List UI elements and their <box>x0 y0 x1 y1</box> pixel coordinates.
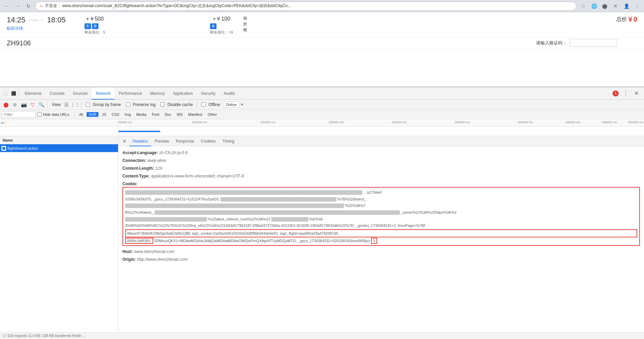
disable-cache-checkbox[interactable] <box>160 102 165 107</box>
sub-tabs: ✕ Headers Preview Response Cookies Timin… <box>118 136 644 146</box>
badge-coupon1: 券 <box>92 23 98 29</box>
captcha-input[interactable] <box>570 39 617 47</box>
filter-ws-button[interactable]: WS <box>175 112 185 117</box>
headers-content: Accept-Language: zh-CN,zh;q=0.9 Connecti… <box>118 146 644 266</box>
camera-button[interactable]: 📷 <box>20 101 28 109</box>
content-length-name: Content-Length: <box>122 165 154 171</box>
tab-elements[interactable]: Elements <box>21 87 46 100</box>
hide-data-urls-label[interactable]: Hide data URLs <box>37 112 69 116</box>
sub-tab-timing[interactable]: Timing <box>219 136 238 146</box>
filter-manifest-button[interactable]: Manifest <box>186 112 204 117</box>
dock-button[interactable]: ⬛ <box>9 89 18 98</box>
insecure-label: 不安全 <box>45 3 57 9</box>
group-by-frame-checkbox[interactable] <box>86 102 90 107</box>
accept-language-row: Accept-Language: zh-CN,zh;q=0.9 <box>122 149 640 157</box>
preserve-log-label[interactable]: Preserve log <box>126 102 156 107</box>
filter-media-button[interactable]: Media <box>134 112 148 117</box>
filter-js-button[interactable]: JS <box>100 112 108 117</box>
flight1-arrive: 18:05 <box>47 16 66 24</box>
tab-audits[interactable]: Audits <box>220 87 239 100</box>
filter-font-button[interactable]: Font <box>150 112 161 117</box>
timeline-ruler: 50000 ms 100000 ms 150000 ms 200000 ms 2… <box>118 119 644 127</box>
close-detail-button[interactable]: ✕ <box>120 137 129 145</box>
filter-all-button[interactable]: All <box>77 112 85 117</box>
headers-panel: ✕ Headers Preview Response Cookies Timin… <box>118 136 644 332</box>
sub-tab-cookies[interactable]: Cookies <box>198 136 219 146</box>
browser-toolbar: ← → ↻ ⚠ 不安全 | www.shenzhenair.com/szair_… <box>0 0 644 12</box>
cookie-line-6: 8%B0%E5%80%BC%22%7D%2C%22first_id%22%3A%… <box>125 223 637 229</box>
host-value: www.shenzhenair.com <box>134 249 175 255</box>
timeline-area: 50000 ms 100000 ms 150000 ms 200000 ms 2… <box>0 119 644 136</box>
tab-network[interactable]: Network <box>92 87 115 100</box>
reload-button[interactable]: ↻ <box>24 2 32 10</box>
content-length-row: Content-Length: 129 <box>122 165 640 172</box>
sub-tab-preview[interactable]: Preview <box>151 136 172 146</box>
origin-name: Origin: <box>122 256 136 262</box>
flight1-detail-link[interactable]: 航班详情 <box>7 26 74 31</box>
back-button[interactable]: ← <box>3 2 11 10</box>
tab-memory[interactable]: Memory <box>146 87 169 100</box>
search-button[interactable]: 🔍 <box>37 101 45 109</box>
cookie-line-8: 0958c3df9391; 5DMnyoQKX1=MDAwM2IyNzJkMjQ… <box>125 238 637 244</box>
sub-tab-headers[interactable]: Headers <box>129 136 151 146</box>
view-list-button[interactable]: ☰ <box>62 101 70 109</box>
timeline-waterfall <box>118 127 644 136</box>
offline-label[interactable]: Offline <box>201 102 220 107</box>
badge-car: 车 <box>85 23 91 29</box>
throttle-dropdown-arrow[interactable]: ▼ <box>240 103 244 106</box>
group-by-frame-label[interactable]: Group by frame <box>86 102 121 107</box>
sub-tab-response[interactable]: Response <box>172 136 198 146</box>
content-length-value: 129 <box>155 165 162 171</box>
offline-checkbox[interactable] <box>201 102 206 107</box>
filter-doc-button[interactable]: Doc <box>163 112 174 117</box>
extension3-button[interactable]: ✕ <box>612 2 620 10</box>
blurred-1: ████████████████████████████████████████… <box>125 190 362 194</box>
menu-button[interactable]: ⋮ <box>633 2 641 10</box>
devtools-close-button[interactable]: ✕ <box>633 89 640 98</box>
tab-security[interactable]: Security <box>197 87 220 100</box>
cookie-line-2: 933f5c5436375; _gscu_1739384231=51522479… <box>125 196 637 203</box>
sidebar-toggle-button[interactable]: ⬚ <box>1 89 9 98</box>
tab-console[interactable]: Console <box>46 87 69 100</box>
profile-button[interactable]: 👤 <box>622 2 630 10</box>
address-bar[interactable]: ⚠ 不安全 | www.shenzhenair.com/szair_B2C/fl… <box>35 2 576 10</box>
tab-performance[interactable]: Performance <box>115 87 146 100</box>
connection-row: Connection: keep-alive <box>122 157 640 165</box>
view-label: View: <box>52 102 62 107</box>
disable-cache-label[interactable]: Disable cache <box>160 102 193 107</box>
tab-application[interactable]: Application <box>169 87 197 100</box>
hide-data-urls-checkbox[interactable] <box>37 112 42 116</box>
bookmark-button[interactable]: ☆ <box>579 2 587 10</box>
more-options-button[interactable]: ⋮ <box>621 88 630 99</box>
filter-img-button[interactable]: Img <box>123 112 133 117</box>
total-yen: ¥ <box>628 16 632 23</box>
devtools-close-area: 1 ⋮ ✕ <box>613 88 643 99</box>
status-bar: 1 / 103 requests 11.0 KB / 326 KB transf… <box>0 332 644 339</box>
filter-other-button[interactable]: Other <box>206 112 219 117</box>
forward-button[interactable]: → <box>14 2 22 10</box>
extension1-button[interactable]: 🌐 <box>590 2 598 10</box>
content-type-row: Content-Type: application/x-www-form-url… <box>122 172 640 180</box>
preserve-log-checkbox[interactable] <box>126 102 130 107</box>
filter-button[interactable]: ▽ <box>28 101 37 109</box>
record-button[interactable]: ⬤ <box>2 101 10 109</box>
blurred-5: ███████████████████████████████ <box>125 217 207 221</box>
list-item[interactable]: flightSearch.action <box>0 144 118 152</box>
filter-input[interactable] <box>2 111 36 118</box>
tab-sources[interactable]: Sources <box>69 87 92 100</box>
extension2-button[interactable]: ⬤ <box>601 2 609 10</box>
blurred-5b: ██████████████ <box>271 217 308 221</box>
filter-css-button[interactable]: CSS <box>110 112 121 117</box>
cookie-line-8-highlight1: 0958c3df9391; <box>125 238 153 244</box>
total-value: 0 <box>634 16 637 23</box>
online-button[interactable]: Online <box>223 102 240 108</box>
badge-coupon2: 券 <box>210 23 216 29</box>
filter-xhr-button[interactable]: XHR <box>87 112 98 117</box>
devtools-tabs: ⬚ ⬛ Elements Console Sources Network Per… <box>0 87 644 100</box>
cookie-value-box: ████████████████████████████████████████… <box>122 187 640 246</box>
view-tree-button[interactable]: ⋮⋮ <box>71 101 79 109</box>
devtools-panel: ⬚ ⬛ Elements Console Sources Network Per… <box>0 87 644 339</box>
flight1-seats1: 剩余座位：5 <box>85 30 105 35</box>
network-list: Name flightSearch.action <box>0 136 118 332</box>
clear-button[interactable]: ⊘ <box>11 101 19 109</box>
